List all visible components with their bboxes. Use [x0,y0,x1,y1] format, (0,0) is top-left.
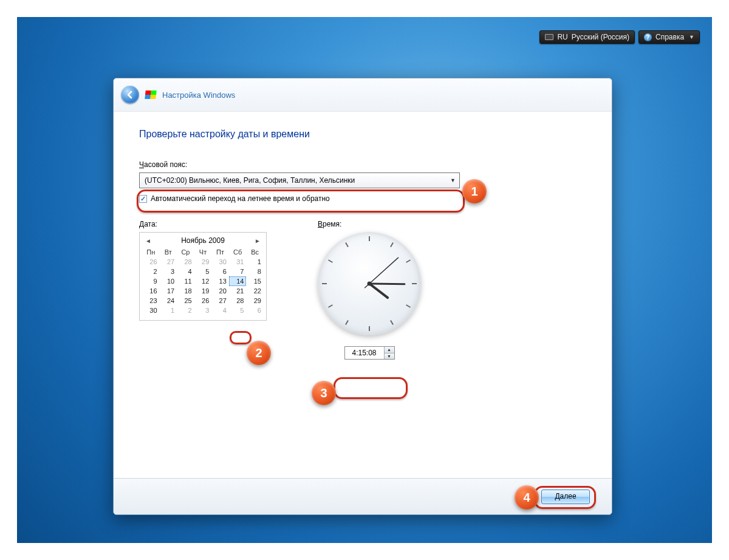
calendar-day[interactable]: 1 [246,257,264,267]
calendar-day[interactable]: 21 [229,286,247,296]
calendar-weekday: Сб [229,247,247,257]
help-menu[interactable]: ? Справка ▼ [638,30,700,44]
date-label: Дата: [139,220,267,228]
svg-line-5 [406,260,411,262]
calendar-day[interactable]: 16 [142,286,160,296]
calendar-day[interactable]: 4 [177,267,194,276]
calendar-prev-button[interactable]: ◄ [143,237,153,244]
calendar-day[interactable]: 7 [229,267,247,276]
setup-topbar: RU Русский (Россия) ? Справка ▼ [539,30,700,44]
window-title: Настройка Windows [162,90,235,100]
language-label: Русский (Россия) [572,33,629,41]
svg-point-15 [368,282,372,286]
calendar-weekday: Пт [211,247,229,257]
svg-line-6 [406,305,411,307]
calendar-day[interactable]: 2 [142,267,160,276]
calendar-day[interactable]: 25 [177,296,194,306]
calendar-day[interactable]: 29 [246,296,264,306]
svg-line-7 [391,321,393,325]
calendar-day[interactable]: 11 [177,276,194,286]
time-label: Время: [318,220,341,228]
language-code: RU [557,33,567,41]
window-header: Настройка Windows [114,78,612,112]
svg-line-10 [329,260,333,262]
calendar-day[interactable]: 15 [246,276,264,286]
time-spin-up[interactable]: ▲ [385,347,394,353]
timezone-value: (UTC+02:00) Вильнюс, Киев, Рига, София, … [145,176,355,185]
dst-checkbox[interactable]: ✓ [139,195,147,203]
back-button[interactable] [121,86,139,104]
calendar-day[interactable]: 5 [194,267,212,276]
calendar-weekday: Пн [142,247,160,257]
desktop-background: RU Русский (Россия) ? Справка ▼ Настройк… [17,17,712,543]
calendar-day[interactable]: 2 [177,306,194,315]
svg-line-11 [346,243,348,247]
calendar-day[interactable]: 28 [177,257,194,267]
timezone-label: Часовой пояс: [139,160,586,169]
time-spin-down[interactable]: ▼ [385,353,394,359]
svg-line-12 [369,284,388,298]
calendar-day[interactable]: 8 [246,267,264,276]
calendar-day[interactable]: 6 [211,267,229,276]
analog-clock [318,232,421,335]
calendar-weekday: Чт [194,247,212,257]
time-column: Время: [318,220,421,360]
dst-label: Автоматический переход на летнее время и… [151,194,330,203]
next-button[interactable]: Далее [541,490,590,504]
calendar-day[interactable]: 5 [229,306,247,315]
calendar-day[interactable]: 31 [229,257,247,267]
calendar-day[interactable]: 27 [160,257,177,267]
language-selector[interactable]: RU Русский (Россия) [539,30,635,44]
calendar-weekday: Вс [246,247,264,257]
calendar-day[interactable]: 23 [142,296,160,306]
calendar-month-label: Ноябрь 2009 [181,236,225,245]
calendar-day[interactable]: 12 [194,276,212,286]
calendar-weekday: Ср [177,247,194,257]
page-heading: Проверьте настройку даты и времени [139,129,586,140]
calendar-day[interactable]: 17 [160,286,177,296]
calendar-day[interactable]: 14 [229,276,247,286]
calendar-day[interactable]: 24 [160,296,177,306]
calendar-day[interactable]: 26 [142,257,160,267]
calendar-day[interactable]: 1 [160,306,177,315]
calendar: ◄ Ноябрь 2009 ► ПнВтСрЧтПтСбВс2627282930… [139,232,267,321]
calendar-day[interactable]: 9 [142,276,160,286]
svg-line-8 [346,321,348,325]
calendar-day[interactable]: 18 [177,286,194,296]
calendar-day[interactable]: 30 [142,306,160,315]
calendar-day[interactable]: 27 [211,296,229,306]
calendar-day[interactable]: 4 [211,306,229,315]
help-icon: ? [644,33,652,41]
help-label: Справка [655,33,684,41]
window-content: Проверьте настройку даты и времени Часов… [114,112,612,476]
svg-line-13 [369,284,405,284]
windows-flag-icon [145,90,156,99]
calendar-next-button[interactable]: ► [253,237,262,244]
calendar-day[interactable]: 28 [229,296,247,306]
setup-window: Настройка Windows Проверьте настройку да… [113,78,612,515]
calendar-day[interactable]: 3 [160,267,177,276]
dropdown-arrow-icon: ▼ [450,177,456,183]
calendar-weekday: Вт [160,247,177,257]
timezone-select[interactable]: (UTC+02:00) Вильнюс, Киев, Рига, София, … [139,172,460,188]
calendar-day[interactable]: 29 [194,257,212,267]
calendar-day[interactable]: 26 [194,296,212,306]
arrow-left-icon [125,90,135,100]
svg-line-4 [391,243,393,247]
svg-line-9 [329,305,333,307]
calendar-day[interactable]: 19 [194,286,212,296]
calendar-day[interactable]: 3 [194,306,212,315]
calendar-day[interactable]: 30 [211,257,229,267]
date-column: Дата: ◄ Ноябрь 2009 ► ПнВтСрЧтПтСбВс2627… [139,220,267,360]
time-input[interactable] [345,347,384,359]
time-spinner: ▲ ▼ [344,346,395,360]
calendar-day[interactable]: 10 [160,276,177,286]
calendar-day[interactable]: 6 [246,306,264,315]
calendar-day[interactable]: 13 [211,276,229,286]
chevron-down-icon: ▼ [689,34,694,40]
calendar-day[interactable]: 22 [246,286,264,296]
calendar-day[interactable]: 20 [211,286,229,296]
window-footer: Далее [114,478,612,514]
keyboard-icon [545,34,553,40]
